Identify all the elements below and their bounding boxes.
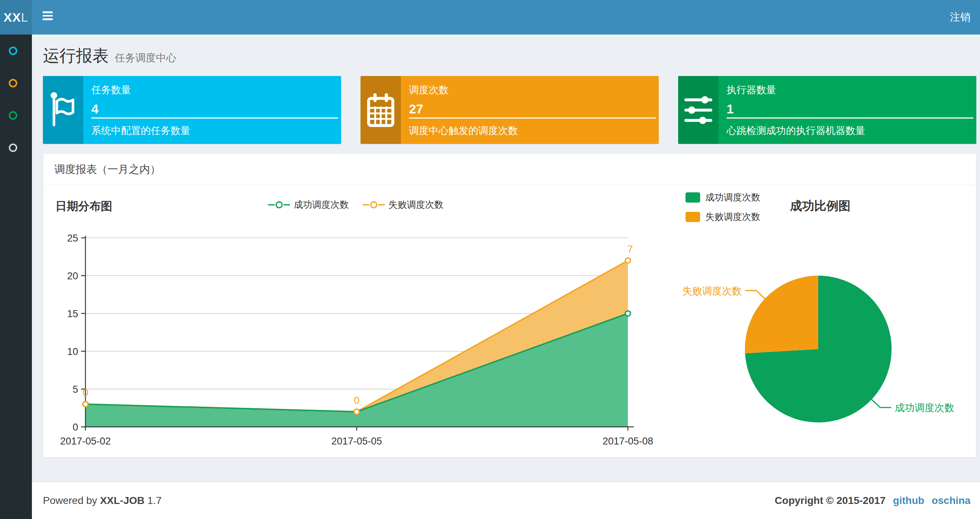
sidebar-item-1[interactable] — [0, 35, 32, 67]
github-link[interactable]: github — [893, 482, 924, 519]
info-box-label: 调度次数 — [409, 83, 655, 97]
logo-bold-text: XX — [4, 10, 21, 25]
copyright-text: Copyright © 2015-2017 — [775, 482, 885, 519]
svg-text:7: 7 — [627, 243, 633, 255]
info-box-description: 调度中心触发的调度次数 — [409, 124, 518, 137]
legend-label: 成功调度次数 — [705, 191, 760, 203]
info-box-label: 执行器数量 — [727, 83, 973, 97]
info-box-value: 1 — [727, 102, 973, 117]
pie-chart-title: 成功比例图 — [790, 198, 851, 214]
powered-by-text: Powered by XXL-JOB 1.7 — [43, 482, 162, 519]
info-box-description: 心跳检测成功的执行器机器数量 — [727, 124, 865, 137]
top-navbar: XXL 注销 — [0, 0, 980, 35]
sidebar-toggle-icon[interactable] — [43, 11, 54, 23]
line-series-marker-icon — [268, 200, 290, 209]
legend-label: 失败调度次数 — [705, 211, 760, 223]
svg-text:25: 25 — [67, 233, 78, 244]
sidebar-item-2[interactable] — [0, 67, 32, 99]
sliders-icon — [678, 76, 719, 144]
legend-swatch-icon — [686, 192, 700, 203]
info-box-label: 任务数量 — [91, 83, 337, 97]
svg-text:5: 5 — [73, 384, 78, 395]
svg-text:0: 0 — [83, 387, 88, 398]
pie-chart-legend: 成功调度次数 失败调度次数 — [686, 191, 760, 230]
line-chart-title: 日期分布图 — [56, 198, 112, 214]
svg-text:0: 0 — [354, 394, 360, 406]
page-subtitle: 任务调度中心 — [115, 52, 177, 64]
svg-text:2017-05-05: 2017-05-05 — [331, 436, 382, 447]
svg-text:10: 10 — [67, 346, 78, 357]
logo-light-text: L — [21, 10, 28, 25]
logout-link[interactable]: 注销 — [950, 0, 970, 35]
sidebar — [0, 35, 32, 519]
circle-o-icon — [9, 144, 17, 152]
info-box-executor-count: 执行器数量 1 心跳检测成功的执行器机器数量 — [678, 76, 976, 144]
sidebar-item-3[interactable] — [0, 99, 32, 131]
svg-text:0: 0 — [73, 422, 78, 433]
page-header: 运行报表任务调度中心 — [43, 45, 177, 67]
circle-o-icon — [9, 79, 17, 87]
divider — [727, 117, 974, 118]
svg-text:2017-05-08: 2017-05-08 — [603, 436, 653, 447]
calendar-icon — [361, 76, 401, 144]
info-box-value: 27 — [409, 102, 655, 117]
xxl-job-dashboard: XXL 注销 运行报表任务调度中心 — [0, 0, 980, 519]
svg-text:失败调度次数: 失败调度次数 — [682, 286, 741, 297]
info-box-description: 系统中配置的任务数量 — [91, 124, 190, 137]
legend-item-fail[interactable]: 失败调度次数 — [363, 198, 444, 211]
line-chart-legend: 成功调度次数 失败调度次数 — [268, 198, 444, 211]
circle-o-icon — [9, 46, 17, 55]
main-footer: Powered by XXL-JOB 1.7 Copyright © 2015-… — [32, 482, 980, 519]
legend-label: 失败调度次数 — [388, 198, 444, 211]
pie-legend-success[interactable]: 成功调度次数 — [686, 191, 760, 203]
info-box-value: 4 — [91, 102, 337, 117]
svg-text:20: 20 — [67, 270, 78, 281]
svg-text:15: 15 — [67, 308, 78, 319]
dispatch-report-panel: 调度报表（一月之内） 05101520252017-05-022017-05-0… — [43, 153, 976, 458]
app-logo[interactable]: XXL — [0, 0, 32, 35]
product-version: 1.7 — [145, 495, 162, 506]
page-title: 运行报表 — [43, 46, 109, 65]
oschina-link[interactable]: oschina — [932, 482, 970, 519]
divider — [409, 117, 656, 118]
legend-item-success[interactable]: 成功调度次数 — [268, 198, 349, 211]
sidebar-item-4[interactable] — [0, 131, 32, 164]
main-content: 运行报表任务调度中心 任务数量 4 系统中配置的任务数量 — [32, 35, 980, 482]
legend-swatch-icon — [686, 212, 700, 222]
line-series-marker-icon — [363, 200, 385, 209]
info-box-dispatch-count: 调度次数 27 调度中心触发的调度次数 — [361, 76, 659, 144]
info-box-task-count: 任务数量 4 系统中配置的任务数量 — [43, 76, 341, 144]
circle-o-icon — [9, 111, 17, 120]
product-name: XXL-JOB — [100, 495, 145, 506]
legend-label: 成功调度次数 — [294, 198, 349, 211]
flag-icon — [43, 76, 83, 144]
divider — [91, 117, 338, 118]
svg-text:2017-05-02: 2017-05-02 — [60, 436, 111, 447]
pie-legend-fail[interactable]: 失败调度次数 — [686, 211, 760, 223]
svg-text:成功调度次数: 成功调度次数 — [895, 402, 955, 413]
